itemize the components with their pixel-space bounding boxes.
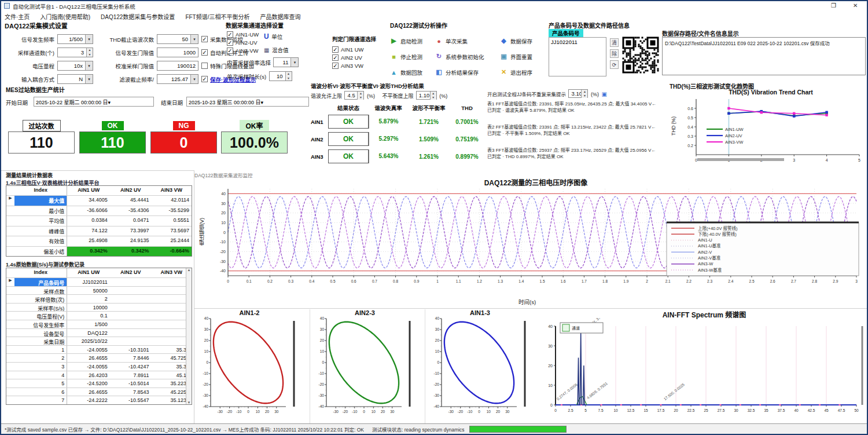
channel-checkbox-0[interactable]: ✓AIN1-UW [227, 30, 259, 38]
daq-field-3-2[interactable]: 125.47▾ [157, 74, 198, 84]
svg-text:37.5: 37.5 [778, 408, 785, 412]
row-label: 信号发生频率 [14, 320, 67, 328]
daq-field-0-1[interactable]: 1/500▾ [57, 34, 93, 44]
op-button-4[interactable]: ↻系统参数初始化 [435, 53, 500, 61]
table-row[interactable]: 426.42037.891145.15 [6, 371, 192, 379]
op-button-1[interactable]: ●单次采集 [435, 37, 500, 45]
table-row[interactable]: 3-24.0055-10.424735.35 [6, 362, 192, 371]
barcode-panel: 产品条码号及数据文件路径信息 产品条码号 JJ1022011 清除⟳ [549, 21, 661, 85]
results-row: AIN2OK5.297%1.509%0.7519% [311, 130, 484, 148]
table-cell [110, 320, 152, 328]
row-label: 6 [14, 388, 67, 396]
daq-field-2-1[interactable]: 10x▾ [57, 61, 93, 71]
duration-spinner[interactable]: 10▲▼ [269, 71, 292, 81]
spinner-arrows-icon[interactable]: ▲▼ [86, 48, 93, 57]
log-settings-icon[interactable]: ▣ [601, 91, 606, 97]
barcode-input[interactable]: JJ1022011 [549, 37, 606, 76]
start-date-picker[interactable]: 2025-10-22 星期二 00:00:00 日▾ [34, 97, 154, 107]
oversample-combo[interactable]: 11▾ [273, 57, 299, 67]
daq-field-1-1[interactable]: 3▲▼ [57, 47, 93, 57]
table-row[interactable]: ▶产品条码号JJ1022011 [6, 277, 192, 286]
svg-text:2.1: 2.1 [665, 279, 671, 283]
svg-text:17.5: 17.5 [657, 408, 665, 412]
table-row[interactable]: 226.46557.844645.7252 [6, 353, 192, 362]
table-row[interactable]: 采集日期2025/10/22 [6, 337, 192, 345]
table-cell: 0.342% [110, 247, 152, 257]
results-panel: 谐波分析VI·波形不平衡度VI·波形THD分析结果 谐波允许上限 4.5▲▼ (… [311, 82, 484, 170]
table-cell: 7.8911 [110, 371, 152, 379]
daq-field-1-2[interactable]: 1000 [157, 47, 198, 57]
svg-text:-40: -40 [319, 404, 325, 408]
op-button-6[interactable]: ▲数据回放 [390, 68, 435, 76]
checkbox-icon: ✓ [332, 63, 339, 69]
menu-item-2[interactable]: DAQ122数据采集与参数设置 [101, 12, 175, 21]
svg-text:2.9: 2.9 [833, 279, 838, 283]
table-row[interactable]: 信号发生频率1/500 [6, 320, 192, 328]
op-button-icon: ▣ [500, 53, 507, 60]
alarm-checkbox-1[interactable]: ✓AIN2 UV [332, 53, 390, 61]
channel-checkbox-2[interactable]: ✓AIN3-VW [227, 46, 259, 54]
daq-field-2-2[interactable]: 190012 [157, 61, 198, 71]
svg-text:40: 40 [221, 192, 226, 196]
table-row[interactable]: 电压量程(V)0.1 [6, 311, 192, 320]
op-button-8[interactable]: ✕退出程序 [500, 68, 545, 76]
results-status-cell: OK [328, 115, 369, 129]
log-block-0[interactable]: 表1 FFT基波幅值点位数: 23391, 频率 215.05Hz, 26435… [487, 101, 659, 122]
table-row[interactable]: 最小值-36.6066-35.4306-35.5299 [6, 206, 192, 216]
barcode-side-button-1[interactable]: 除 [610, 49, 619, 58]
table-row[interactable]: 7-24.2222-10.554735.1233 [6, 396, 192, 404]
table-row[interactable]: 峰峰值74.12273.399773.5697 [6, 226, 192, 236]
table-row[interactable]: 5-24.5200-10.501435.2237 [6, 379, 192, 388]
imbalance-limit-spinner[interactable]: 1.10▲▼ [416, 91, 437, 100]
alarm-checkbox-0[interactable]: ✓AIN1 UW [332, 45, 390, 53]
op-button-icon: ▲ [390, 69, 398, 76]
op-button-5[interactable]: ▣界面重置 [500, 53, 545, 61]
log-block-1[interactable]: 表2 FFT基波幅值点位数: 23391 点; 频率 13.215Hz, 234… [487, 124, 659, 145]
results-col-header: 波形不平衡率 [408, 104, 450, 112]
table-row[interactable]: 采样率(S/s)10000 [6, 303, 192, 312]
table-row[interactable]: ▶最大值34.400545.444142.0114 [6, 195, 192, 206]
menu-item-3[interactable]: FFT频谱/三相不平衡分析 [185, 12, 249, 21]
table-cell: 0.5551 [151, 216, 192, 226]
barcode-side-button-2[interactable]: ⟳ [610, 60, 619, 69]
raw-table-scrollbar[interactable]: ▲▼ [186, 268, 192, 404]
svg-text:下限(-40.0V 报警线): 下限(-40.0V 报警线) [698, 231, 737, 237]
svg-text:0.9: 0.9 [414, 279, 419, 283]
table-row[interactable]: 626.46557.854345.2252 [6, 388, 192, 396]
end-date-picker[interactable]: 2025-10-23 星期三 00:00:00 日▾ [186, 97, 309, 107]
op-button-0[interactable]: ▶启动检测 [390, 37, 435, 45]
harmonic-limit-spinner[interactable]: 4.5▲▼ [344, 91, 364, 100]
title-bar: 自动化测试平台1 - DAQ122三相电压采集分析系统 ❐ ✕ [1, 1, 868, 10]
menu-item-4[interactable]: 产品数据库查询 [260, 12, 300, 21]
table-row[interactable]: 采样点数50000 [6, 286, 192, 295]
menu-item-1[interactable]: 入门指南(使用帮助) [40, 12, 90, 21]
svg-text:AIN1-UW: AIN1-UW [725, 127, 744, 132]
svg-text:30: 30 [274, 410, 279, 414]
spinner-arrows-icon[interactable]: ▲▼ [285, 72, 292, 81]
svg-text:-20: -20 [203, 382, 209, 386]
save-path-text[interactable]: D:\DAQ122\TestData\JJ1022011 E09 022 202… [662, 37, 866, 75]
daq-field-3-1[interactable]: N▾ [57, 74, 93, 84]
checkbox-icon: ✓ [227, 39, 233, 46]
unit-button[interactable]: U 单位 [264, 31, 282, 41]
op-button-2[interactable]: ◆数据保存 [500, 37, 545, 45]
table-row[interactable]: 采样倍数(次)2 [6, 294, 192, 303]
channel-checkbox-1[interactable]: ✓AIN2-UV [227, 38, 259, 46]
restore-button[interactable]: ❐ [831, 2, 836, 9]
table-row[interactable]: 偏差小结0.342%0.342%-0.664% [6, 246, 192, 257]
op-button-7[interactable]: ◧分析结果保存 [435, 68, 500, 76]
menu-item-0[interactable]: 文件·主页 [5, 12, 30, 21]
svg-text:0.4: 0.4 [687, 125, 693, 129]
barcode-side-button-0[interactable]: 清 [610, 38, 619, 47]
table-row[interactable]: 有效值25.490824.913525.2444 [6, 236, 192, 246]
table-row[interactable]: 1-24.0055-10.310135.35 [6, 345, 192, 354]
daq-field-0-2[interactable]: 50▾ [157, 34, 198, 44]
log-block-2[interactable]: 表3 FFT基波幅值点位数: 25937 点; 频率 233.17Hz, 265… [487, 147, 659, 168]
barcode-repeat-spinner[interactable]: 3.10▲▼ [568, 89, 588, 98]
table-row[interactable]: 设备型号DAQ122 [6, 328, 192, 337]
mixed-button[interactable]: ▦ 混合值 [264, 44, 288, 54]
close-button[interactable]: ✕ [853, 2, 858, 9]
op-button-3[interactable]: ■停止检测 [390, 53, 435, 61]
table-row[interactable]: 平均值0.03840.04710.5551 [6, 215, 192, 226]
alarm-checkbox-2[interactable]: ✓AIN3 VW [332, 61, 390, 70]
